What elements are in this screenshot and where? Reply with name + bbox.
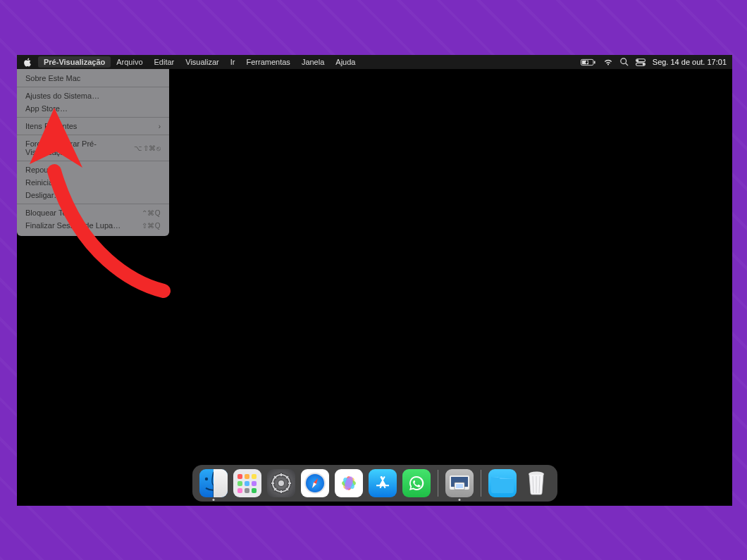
macos-desktop: Pré-Visualização Arquivo Editar Visualiz…: [17, 55, 732, 506]
svg-point-9: [204, 478, 207, 480]
menu-item-lock-screen[interactable]: Bloquear Tela ⌃⌘Q: [17, 206, 169, 219]
menu-ferramentas[interactable]: Ferramentas: [241, 56, 296, 68]
svg-rect-31: [456, 484, 463, 488]
menu-item-recent-items[interactable]: Itens Recentes ›: [17, 120, 169, 132]
dock: [192, 465, 557, 502]
menu-item-force-quit[interactable]: Forçar Encerrar Pré-Visualização ⌥⇧⌘⎋: [17, 137, 169, 158]
menu-item-shutdown[interactable]: Desligar…: [17, 189, 169, 201]
menu-item-system-settings[interactable]: Ajustes do Sistema…: [17, 89, 169, 102]
menu-separator: [17, 161, 169, 161]
menubar-clock[interactable]: Seg. 14 de out. 17:01: [653, 58, 727, 66]
menu-shortcut: ⇧⌘Q: [142, 222, 161, 230]
apple-menu-icon[interactable]: [23, 57, 32, 67]
control-center-icon[interactable]: [636, 58, 646, 66]
menu-ajuda[interactable]: Ajuda: [330, 56, 361, 68]
dock-folder-downloads[interactable]: [488, 469, 517, 497]
wifi-icon[interactable]: [603, 58, 613, 66]
dock-app-appstore[interactable]: [369, 469, 397, 497]
menu-separator: [17, 117, 169, 118]
menu-separator: [17, 87, 169, 87]
menu-item-about-mac[interactable]: Sobre Este Mac: [17, 72, 169, 85]
menu-item-label: App Store…: [25, 104, 68, 113]
menu-visualizar[interactable]: Visualizar: [180, 56, 225, 68]
dock-divider: [481, 470, 481, 497]
dock-app-safari[interactable]: [301, 469, 329, 497]
menu-item-restart[interactable]: Reiniciar…: [17, 176, 169, 189]
spotlight-icon[interactable]: [620, 58, 629, 66]
menu-item-app-store[interactable]: App Store…: [17, 102, 169, 115]
svg-point-12: [278, 480, 284, 486]
menu-item-label: Repouso: [25, 166, 56, 174]
menu-separator: [17, 135, 169, 135]
dock-divider: [438, 470, 438, 497]
running-indicator: [458, 499, 460, 501]
menu-item-label: Bloquear Tela: [25, 209, 73, 217]
svg-point-8: [643, 63, 644, 65]
menu-item-log-out[interactable]: Finalizar Sessão de Lupa… ⇧⌘Q: [17, 219, 169, 232]
menu-item-label: Ajustes do Sistema…: [25, 92, 99, 100]
menu-item-label: Itens Recentes: [25, 122, 77, 130]
menu-item-label: Sobre Este Mac: [25, 74, 80, 82]
dock-app-finder[interactable]: [199, 469, 228, 497]
menu-shortcut: ⌃⌘Q: [142, 209, 161, 217]
dock-app-preview[interactable]: [445, 469, 474, 497]
svg-point-6: [636, 59, 638, 61]
dock-app-launchpad[interactable]: [233, 469, 261, 497]
menu-separator: [17, 204, 169, 204]
svg-line-4: [626, 63, 628, 66]
menu-janela[interactable]: Janela: [296, 56, 330, 68]
menu-bar: Pré-Visualização Arquivo Editar Visualiz…: [17, 55, 732, 69]
menu-item-sleep[interactable]: Repouso: [17, 163, 169, 176]
dock-app-photos[interactable]: [335, 469, 363, 497]
svg-point-3: [621, 58, 626, 64]
svg-rect-1: [594, 61, 595, 63]
chevron-right-icon: ›: [159, 123, 161, 130]
dock-app-system-settings[interactable]: [267, 469, 295, 497]
menu-editar[interactable]: Editar: [149, 56, 180, 68]
apple-menu-dropdown: Sobre Este Mac Ajustes do Sistema… App S…: [17, 69, 169, 236]
status-area: Seg. 14 de out. 17:01: [581, 58, 727, 66]
menu-arquivo[interactable]: Arquivo: [111, 56, 148, 68]
menu-shortcut: ⌥⇧⌘⎋: [134, 144, 161, 152]
dock-trash[interactable]: [522, 469, 550, 497]
menu-item-label: Reiniciar…: [25, 178, 63, 187]
menu-item-label: Finalizar Sessão de Lupa…: [25, 221, 121, 230]
menu-item-label: Desligar…: [25, 191, 61, 199]
svg-point-10: [218, 478, 221, 480]
battery-icon[interactable]: [581, 58, 596, 66]
running-indicator: [212, 499, 214, 501]
menu-item-label: Forçar Encerrar Pré-Visualização: [25, 139, 134, 156]
menu-ir[interactable]: Ir: [225, 56, 241, 68]
app-menu[interactable]: Pré-Visualização: [38, 56, 111, 68]
dock-app-whatsapp[interactable]: [402, 469, 431, 497]
